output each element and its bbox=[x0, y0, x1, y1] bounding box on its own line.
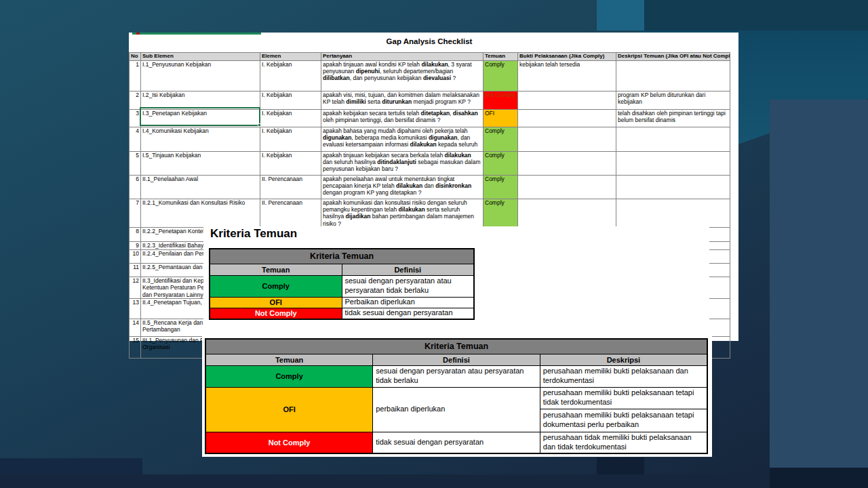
legend-deskripsi: perusahaan memiliki bukti pelaksanaan te… bbox=[540, 409, 707, 432]
legend-deskripsi: perusahaan memiliki bukti pelaksanaan da… bbox=[540, 365, 707, 387]
legend-status-label: Not Comply bbox=[205, 432, 373, 453]
kriteria-temuan-heading: Kriteria Temuan bbox=[210, 227, 297, 241]
cell-no: 10 bbox=[130, 250, 141, 264]
sheet-top-accent bbox=[132, 33, 261, 35]
column-header: No bbox=[130, 53, 141, 61]
table-header-row: NoSub ElemenElemenPertanyaanTemuanBukti … bbox=[130, 53, 730, 61]
cell-sub-elemen: II.2.1_Komunikasi dan Konsultasi Risiko bbox=[141, 199, 260, 228]
legend-title: Kriteria Temuan bbox=[210, 249, 474, 264]
cell-pertanyaan: apakah tinjauan awal kondisi KP telah di… bbox=[321, 61, 484, 92]
kriteria-temuan-panel-small: Kriteria Temuan Kriteria TemuanTemuanDef… bbox=[203, 226, 709, 341]
background-bottom-right-block bbox=[770, 468, 868, 488]
slide-background: Gap Analysis Checklist NoSub ElemenEleme… bbox=[0, 0, 868, 488]
cell-temuan: Comply bbox=[484, 176, 518, 199]
table-row: 6II.1_Penelaahan AwalII. Perencanaanapak… bbox=[130, 176, 730, 199]
cell-deskripsi bbox=[616, 127, 730, 152]
legend-title: Kriteria Temuan bbox=[205, 339, 707, 354]
cell-pertanyaan: apakah bahasa yang mudah dipahami oleh p… bbox=[321, 127, 484, 152]
legend-column-header: Temuan bbox=[210, 264, 342, 275]
legend-column-header: Temuan bbox=[205, 354, 373, 365]
column-header: Pertanyaan bbox=[321, 53, 484, 61]
cell-deskripsi bbox=[616, 176, 730, 199]
cell-bukti bbox=[518, 92, 616, 110]
cell-no: 14 bbox=[130, 319, 141, 337]
cell-elemen: I. Kebijakan bbox=[260, 127, 321, 152]
cell-pertanyaan: apakah tinjauan kebijakan secara berkala… bbox=[321, 152, 484, 176]
legend-row: Complysesuai dengan persyaratan atau per… bbox=[205, 365, 707, 387]
cell-bukti bbox=[518, 110, 616, 127]
cell-elemen: II. Perencanaan bbox=[260, 176, 321, 199]
cell-bukti bbox=[518, 199, 616, 228]
cell-sub-elemen: I.3_Penetapan Kebijakan bbox=[141, 110, 260, 127]
legend-definisi: sesuai dengan persyaratan atau persyarat… bbox=[373, 365, 540, 387]
legend-row: Complysesuai dengan persyaratan atau per… bbox=[210, 275, 474, 297]
cell-no: 15 bbox=[130, 337, 141, 359]
legend-deskripsi: perusahaan memiliki bukti pelaksanaan te… bbox=[540, 387, 707, 409]
cell-no: 2 bbox=[130, 92, 141, 110]
cell-no: 6 bbox=[130, 176, 141, 199]
cell-no: 1 bbox=[130, 61, 141, 92]
cell-elemen: I. Kebijakan bbox=[260, 61, 321, 92]
cell-deskripsi bbox=[616, 61, 730, 92]
legend-definisi: tidak sesuai dengan persyaratan bbox=[373, 432, 540, 453]
sheet-title: Gap Analysis Checklist bbox=[129, 37, 730, 45]
cell-sub-elemen: I.4_Komunikasi Kebijakan bbox=[141, 127, 260, 152]
cell-temuan: Comply bbox=[484, 152, 518, 176]
column-header: Bukti Pelaksanaan (Jika Comply) bbox=[518, 53, 616, 61]
cell-pertanyaan: apakah komunikasi dan konsultasi risiko … bbox=[321, 199, 484, 228]
cell-no: 3 bbox=[130, 110, 141, 127]
kriteria-temuan-table-small: Kriteria TemuanTemuanDefinisiComplysesua… bbox=[209, 248, 475, 320]
background-bottom-strip bbox=[0, 474, 868, 488]
cell-no: 13 bbox=[130, 299, 141, 319]
kriteria-temuan-panel-large: Kriteria TemuanTemuanDefinisiDeskripsiCo… bbox=[202, 335, 712, 457]
cell-deskripsi bbox=[616, 199, 730, 228]
legend-status-label: OFI bbox=[210, 297, 342, 308]
cell-pertanyaan: apakah penelaahan awal untuk menentukan … bbox=[321, 176, 484, 199]
column-header: Sub Elemen bbox=[141, 53, 260, 61]
cell-sub-elemen: II.1_Penelaahan Awal bbox=[141, 176, 260, 199]
background-slate-band bbox=[770, 100, 868, 474]
column-header: Temuan bbox=[484, 53, 518, 61]
cell-temuan: Comply bbox=[484, 127, 518, 152]
cell-no: 5 bbox=[130, 152, 141, 176]
cell-no: 12 bbox=[130, 277, 141, 299]
cell-deskripsi: program KP belum diturunkan dari kebijak… bbox=[616, 92, 730, 110]
background-accent-block bbox=[597, 0, 644, 30]
cell-sub-elemen: I.5_Tinjauan Kebijakan bbox=[141, 152, 260, 176]
table-row: 2I.2_Isi KebijakanI. Kebijakanapakah vis… bbox=[130, 92, 730, 110]
table-row: 3I.3_Penetapan KebijakanI. Kebijakanapak… bbox=[130, 110, 730, 127]
legend-status-label: Not Comply bbox=[210, 308, 342, 319]
legend-column-header: Deskripsi bbox=[540, 354, 707, 365]
legend-row: OFIperbaikan diperlukanperusahaan memili… bbox=[205, 387, 707, 409]
cell-pertanyaan: apakah kebijakan secara tertulis telah d… bbox=[321, 110, 484, 127]
cell-bukti bbox=[518, 152, 616, 176]
legend-definisi: sesuai dengan persyaratan atau persyarat… bbox=[342, 275, 474, 297]
table-row: 4I.4_Komunikasi KebijakanI. Kebijakanapa… bbox=[130, 127, 730, 152]
cell-temuan: Comply bbox=[484, 61, 518, 92]
cell-sub-elemen: I.1_Penyusunan Kebijakan bbox=[141, 61, 260, 92]
legend-definisi: Perbaikan diperlukan bbox=[342, 297, 474, 308]
cell-no: 4 bbox=[130, 127, 141, 152]
cell-elemen: II. Perencanaan bbox=[260, 199, 321, 228]
background-dark-block bbox=[644, 0, 868, 30]
column-header: Elemen bbox=[260, 53, 321, 61]
kriteria-temuan-table-large: Kriteria TemuanTemuanDefinisiDeskripsiCo… bbox=[205, 338, 708, 454]
cell-no: 9 bbox=[130, 242, 141, 250]
legend-row: Not Complytidak sesuai dengan persyarata… bbox=[205, 432, 707, 453]
cell-temuan: Comply bbox=[484, 199, 518, 228]
legend-column-header: Definisi bbox=[342, 264, 474, 275]
cell-temuan: Not Comply bbox=[484, 92, 518, 110]
cell-sub-elemen: I.2_Isi Kebijakan bbox=[141, 92, 260, 110]
cell-bukti: kebijakan telah tersedia bbox=[518, 61, 616, 92]
table-row: 5I.5_Tinjauan KebijakanI. Kebijakanapaka… bbox=[130, 152, 730, 176]
legend-definisi: tidak sesuai dengan persyaratan bbox=[342, 308, 474, 319]
table-row: 1I.1_Penyusunan KebijakanI. Kebijakanapa… bbox=[130, 61, 730, 92]
table-row: 7II.2.1_Komunikasi dan Konsultasi Risiko… bbox=[130, 199, 730, 228]
cell-elemen: I. Kebijakan bbox=[260, 152, 321, 176]
column-header: Deskripsi Temuan (Jika OFI atau Not Comp… bbox=[616, 53, 730, 61]
cell-elemen: I. Kebijakan bbox=[260, 110, 321, 127]
cell-no: 8 bbox=[130, 227, 141, 241]
legend-status-label: OFI bbox=[205, 387, 373, 432]
cell-temuan: OFI bbox=[484, 110, 518, 127]
cell-deskripsi: telah disahkan oleh pimpinan tertinggi t… bbox=[616, 110, 730, 127]
